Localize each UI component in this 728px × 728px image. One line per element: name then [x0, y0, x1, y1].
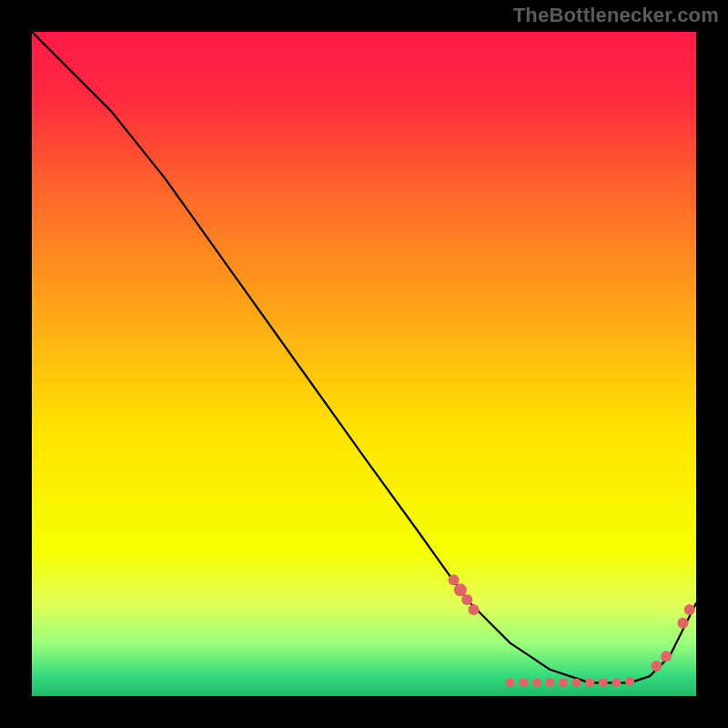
data-marker	[625, 677, 634, 686]
plot-area	[32, 32, 696, 696]
data-marker	[599, 678, 608, 687]
chart-frame: TheBottlenecker.com	[0, 0, 728, 728]
data-marker	[677, 618, 688, 629]
attribution-label: TheBottlenecker.com	[513, 4, 719, 27]
data-marker	[572, 678, 581, 687]
data-marker	[612, 678, 621, 687]
data-marker	[519, 678, 528, 687]
data-marker	[661, 651, 672, 662]
data-marker	[469, 604, 480, 615]
data-marker	[651, 661, 662, 672]
data-marker	[454, 583, 467, 596]
data-marker	[585, 678, 594, 687]
data-marker	[461, 594, 472, 605]
data-marker	[684, 604, 695, 615]
data-marker	[449, 574, 460, 585]
data-marker	[559, 678, 568, 687]
data-marker	[532, 678, 541, 687]
data-marker	[545, 678, 554, 687]
data-marker	[506, 678, 515, 687]
gradient-background	[32, 32, 696, 696]
chart-svg	[32, 32, 696, 696]
